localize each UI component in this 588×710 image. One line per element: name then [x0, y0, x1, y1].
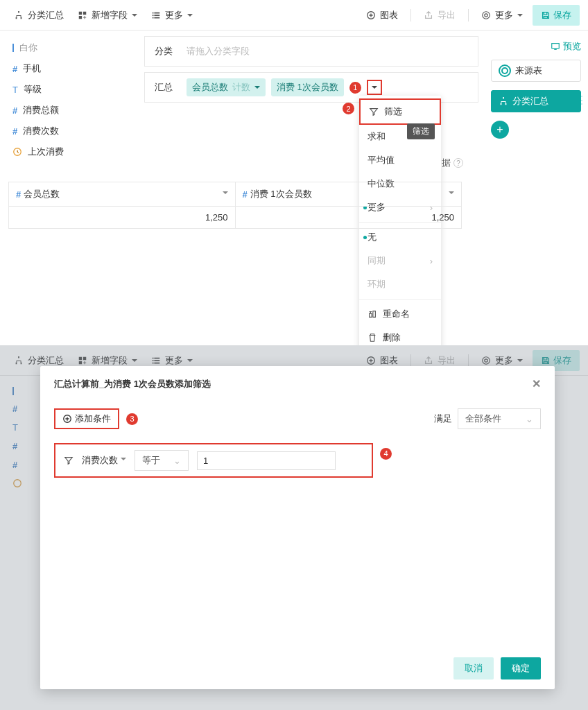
- col-header[interactable]: #消费 1次会员数: [236, 182, 462, 206]
- chart-button[interactable]: 图表: [361, 6, 404, 24]
- add-condition-button[interactable]: 添加条件: [54, 408, 119, 429]
- sidebar-item[interactable]: T等级: [0, 79, 139, 100]
- hash-icon: #: [12, 64, 17, 74]
- sidebar-item[interactable]: 白你: [0, 37, 139, 58]
- save-button[interactable]: 保存: [533, 5, 580, 26]
- satisfy-label: 满足: [434, 413, 452, 425]
- target-icon: [499, 64, 511, 77]
- step-badge-3: 3: [126, 413, 138, 425]
- operator-select[interactable]: 等于 ⌄: [135, 450, 189, 471]
- chart-label: 图表: [380, 9, 398, 21]
- ok-button[interactable]: 确定: [501, 657, 541, 679]
- step-badge-1: 1: [349, 82, 361, 94]
- caret-down-icon: [372, 86, 377, 92]
- filter-icon: [369, 107, 379, 116]
- summary-button[interactable]: 分类汇总: [8, 6, 69, 24]
- gear-icon: [481, 10, 491, 20]
- condition-field[interactable]: 消费次数: [82, 454, 126, 467]
- summary-label: 分类汇总: [28, 9, 64, 21]
- caret-down-icon: [449, 191, 454, 197]
- step-badge-4: 4: [380, 448, 392, 460]
- agg-chip[interactable]: 会员总数 计数: [187, 78, 266, 96]
- cell: 1,250: [9, 207, 236, 228]
- more2-label: 更多: [495, 9, 513, 21]
- top-toolbar: 分类汇总 新增字段 更多 图表: [0, 0, 588, 31]
- more2-button[interactable]: 更多: [476, 6, 528, 24]
- summary-node[interactable]: 分类汇总 ⋮: [491, 90, 581, 112]
- dd-none[interactable]: 无: [359, 225, 441, 249]
- text-icon: T: [12, 85, 18, 95]
- category-placeholder: 请拖入分类字段: [187, 45, 250, 58]
- tree-icon: [499, 96, 508, 106]
- plus-circle-icon: [62, 414, 72, 424]
- export-label: 导出: [438, 9, 456, 21]
- filter-icon: [64, 456, 74, 465]
- condition-row: 消费次数 等于 ⌄ 1: [54, 443, 373, 478]
- node-menu-icon[interactable]: ⋮: [576, 94, 587, 107]
- save-icon: [541, 10, 551, 20]
- col-header[interactable]: #会员总数: [9, 182, 236, 206]
- satisfy-select[interactable]: 全部条件 ⌄: [458, 408, 541, 429]
- computer-icon: [551, 42, 560, 51]
- export-icon: [424, 10, 433, 20]
- filter-modal: 汇总计算前_为消费 1次会员数添加筛选 ✕ 添加条件 3 满足 全部条件 ⌄: [40, 366, 555, 689]
- export-button[interactable]: 导出: [418, 6, 461, 24]
- svg-rect-4: [552, 44, 560, 49]
- chevron-down-icon: ⌄: [526, 414, 533, 424]
- newfield-icon: [78, 10, 87, 20]
- agg-chip[interactable]: 消费 1次会员数: [271, 78, 344, 96]
- zone-label: 汇总: [145, 81, 182, 94]
- value-input[interactable]: 1: [197, 451, 336, 470]
- caret-down-icon: [517, 14, 523, 19]
- dd-mom: 环期: [359, 272, 441, 296]
- data-hint: 据 ?: [442, 157, 463, 169]
- source-node[interactable]: 来源表: [491, 60, 581, 82]
- sidebar-item[interactable]: #消费总额: [0, 100, 139, 121]
- svg-point-2: [483, 11, 490, 19]
- dd-filter[interactable]: 筛选: [359, 98, 441, 125]
- category-zone[interactable]: 分类 请拖入分类字段: [144, 36, 478, 67]
- preview-link[interactable]: 预览: [491, 40, 581, 53]
- chevron-right-icon: ›: [430, 256, 433, 266]
- flow-panel: 预览 来源表 分类汇总 ⋮ +: [484, 31, 588, 169]
- help-icon[interactable]: ?: [453, 158, 463, 168]
- dd-rename[interactable]: 重命名: [359, 302, 441, 326]
- modal-title: 汇总计算前_为消费 1次会员数添加筛选: [54, 378, 211, 390]
- hash-icon: #: [243, 189, 248, 200]
- chevron-down-icon: ⌄: [173, 456, 181, 466]
- cell: 1,250: [236, 207, 462, 228]
- caret-down-icon: [254, 86, 260, 92]
- tree-icon: [14, 10, 24, 20]
- rename-icon: [368, 309, 377, 319]
- sidebar-item[interactable]: #消费次数: [0, 121, 139, 141]
- newfield-button[interactable]: 新增字段: [72, 6, 143, 24]
- close-icon[interactable]: ✕: [532, 377, 541, 390]
- more-button[interactable]: 更多: [146, 6, 198, 24]
- hash-icon: #: [16, 189, 21, 200]
- plus-circle-icon: [366, 10, 376, 20]
- sidebar-item[interactable]: #手机: [0, 58, 139, 79]
- hash-icon: #: [12, 126, 17, 137]
- clock-icon: [12, 147, 22, 157]
- field-sidebar: 白你 #手机 T等级 #消费总额 #消费次数 上次消费: [0, 31, 139, 169]
- dd-yoy: 同期›: [359, 249, 441, 272]
- cancel-button[interactable]: 取消: [453, 657, 494, 679]
- caret-down-icon: [121, 458, 126, 463]
- list-icon: [151, 10, 161, 20]
- caret-down-icon: [132, 14, 137, 19]
- filter-tooltip: 筛选: [407, 123, 435, 139]
- svg-point-1: [485, 13, 487, 16]
- caret-down-icon: [187, 14, 193, 19]
- step-badge-2: 2: [343, 103, 354, 114]
- sidebar-item[interactable]: 上次消费: [0, 141, 139, 162]
- hash-icon: #: [12, 105, 17, 116]
- bar-icon: [12, 44, 14, 52]
- zone-label: 分类: [145, 45, 182, 58]
- add-node-button[interactable]: +: [491, 121, 509, 139]
- trash-icon: [368, 333, 377, 343]
- caret-down-icon: [223, 191, 228, 197]
- chip-dropdown-button[interactable]: [367, 80, 382, 95]
- save-label: 保存: [553, 9, 571, 21]
- more-label: 更多: [165, 9, 183, 21]
- dd-avg[interactable]: 平均值: [359, 148, 441, 172]
